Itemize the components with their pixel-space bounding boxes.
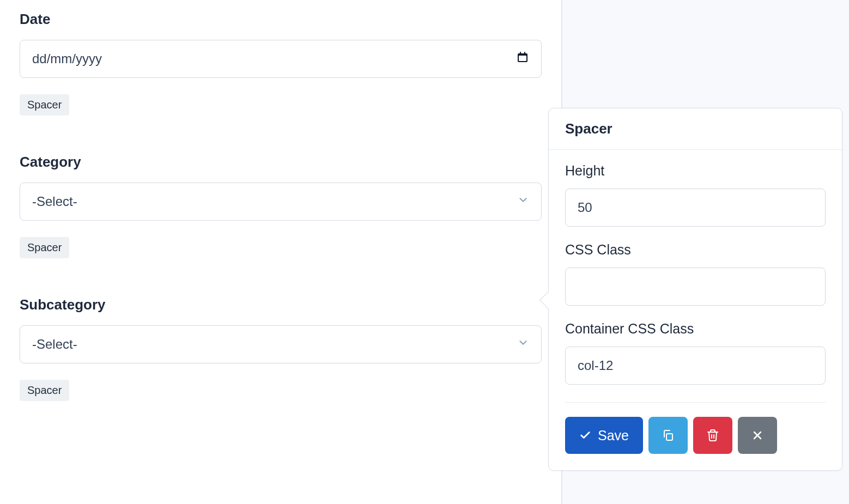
date-label: Date bbox=[20, 11, 542, 28]
container-css-class-input[interactable] bbox=[565, 347, 826, 385]
close-icon bbox=[751, 429, 764, 442]
popover-action-row: Save bbox=[565, 417, 826, 454]
copy-icon bbox=[662, 429, 675, 442]
popover-divider bbox=[565, 402, 826, 403]
duplicate-button[interactable] bbox=[648, 417, 688, 454]
save-button[interactable]: Save bbox=[565, 417, 643, 454]
height-label: Height bbox=[565, 163, 826, 179]
category-select[interactable]: -Select- bbox=[20, 183, 542, 221]
spacer-badge[interactable]: Spacer bbox=[20, 94, 69, 116]
category-placeholder: -Select- bbox=[32, 194, 77, 209]
container-css-class-label: Container CSS Class bbox=[565, 321, 826, 337]
close-button[interactable] bbox=[738, 417, 777, 454]
form-editor-pane: Date dd/mm/yyyy Spacer Category -Select- bbox=[0, 0, 561, 504]
height-input[interactable] bbox=[565, 189, 826, 227]
svg-rect-1 bbox=[519, 56, 526, 61]
save-button-label: Save bbox=[598, 428, 629, 444]
form-group-date: Date dd/mm/yyyy Spacer bbox=[20, 11, 542, 116]
popover-body: Height CSS Class Container CSS Class Sav… bbox=[549, 150, 842, 470]
category-label: Category bbox=[20, 154, 542, 171]
spacer-badge[interactable]: Spacer bbox=[20, 380, 69, 401]
date-input[interactable]: dd/mm/yyyy bbox=[20, 40, 542, 78]
popover-title: Spacer bbox=[549, 108, 842, 150]
calendar-icon bbox=[516, 51, 529, 67]
check-icon bbox=[579, 429, 591, 441]
form-group-subcategory: Subcategory -Select- Spacer bbox=[20, 296, 542, 401]
subcategory-select[interactable]: -Select- bbox=[20, 325, 542, 363]
css-class-label: CSS Class bbox=[565, 242, 826, 258]
subcategory-placeholder: -Select- bbox=[32, 337, 77, 352]
spacer-properties-popover: Spacer Height CSS Class Container CSS Cl… bbox=[548, 108, 842, 471]
svg-rect-4 bbox=[666, 434, 672, 440]
subcategory-label: Subcategory bbox=[20, 296, 542, 313]
trash-icon bbox=[706, 429, 719, 442]
delete-button[interactable] bbox=[693, 417, 732, 454]
chevron-down-icon bbox=[517, 337, 529, 352]
chevron-down-icon bbox=[517, 194, 529, 209]
form-group-category: Category -Select- Spacer bbox=[20, 154, 542, 258]
css-class-input[interactable] bbox=[565, 268, 826, 306]
date-placeholder: dd/mm/yyyy bbox=[32, 51, 102, 66]
spacer-badge[interactable]: Spacer bbox=[20, 237, 69, 258]
